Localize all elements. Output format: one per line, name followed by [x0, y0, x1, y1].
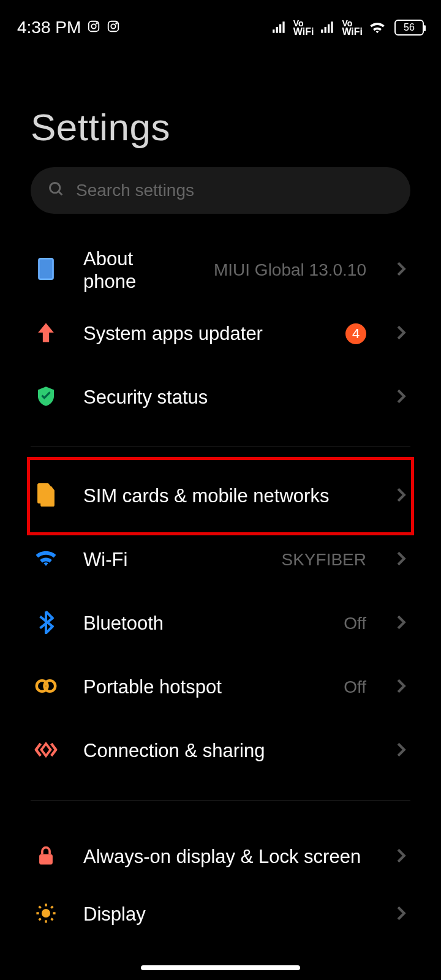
sim-card-icon — [36, 483, 56, 509]
wifi-row[interactable]: Wi-Fi SKYFIBER — [0, 528, 441, 592]
signal-icon-1 — [271, 21, 287, 34]
search-input[interactable] — [76, 181, 393, 200]
hotspot-icon — [34, 678, 58, 696]
wifi-status-icon — [369, 21, 386, 34]
shield-check-icon — [36, 386, 56, 409]
security-status-row[interactable]: Security status — [0, 366, 441, 429]
wifi-value: SKYFIBER — [282, 550, 366, 570]
chevron-right-icon — [396, 487, 407, 505]
sim-cards-label: SIM cards & mobile networks — [83, 484, 370, 507]
chevron-right-icon — [396, 905, 407, 924]
chevron-right-icon — [396, 325, 407, 343]
phone-icon — [37, 258, 55, 282]
chevron-right-icon — [396, 261, 407, 279]
divider — [31, 800, 410, 801]
portable-hotspot-label: Portable hotspot — [83, 676, 318, 698]
svg-point-4 — [111, 24, 116, 28]
chevron-right-icon — [396, 678, 407, 696]
page-header: Settings — [0, 44, 441, 167]
instagram-notification-icon-1 — [87, 18, 100, 37]
signal-icon-2 — [320, 21, 336, 34]
aod-lockscreen-row[interactable]: Always-on display & Lock screen — [0, 818, 441, 896]
security-status-label: Security status — [83, 386, 370, 409]
svg-line-7 — [59, 192, 62, 195]
about-phone-label: About phone — [83, 247, 188, 293]
update-arrow-icon — [36, 322, 56, 346]
vowifi-indicator-2: VoWiFi — [342, 19, 363, 37]
portable-hotspot-row[interactable]: Portable hotspot Off — [0, 655, 441, 719]
lock-icon — [37, 845, 55, 869]
search-icon — [48, 181, 65, 200]
display-label: Display — [83, 903, 370, 925]
instagram-notification-icon-2 — [107, 18, 120, 37]
system-apps-updater-label: System apps updater — [83, 322, 320, 345]
chevron-right-icon — [396, 614, 407, 633]
status-bar: 4:38 PM VoWiFi VoWiFi 56 — [0, 0, 441, 44]
chevron-right-icon — [396, 388, 407, 407]
svg-point-2 — [96, 23, 97, 24]
page-title: Settings — [31, 105, 410, 149]
connection-sharing-label: Connection & sharing — [83, 739, 370, 762]
chevron-right-icon — [396, 742, 407, 760]
sim-cards-row[interactable]: SIM cards & mobile networks — [0, 464, 441, 528]
status-time: 4:38 PM — [17, 18, 81, 37]
svg-point-12 — [42, 909, 50, 918]
wifi-icon — [35, 550, 57, 570]
chevron-right-icon — [396, 551, 407, 569]
svg-point-6 — [50, 183, 60, 193]
bluetooth-icon — [38, 611, 54, 636]
battery-level: 56 — [404, 22, 415, 33]
about-phone-value: MIUI Global 13.0.10 — [214, 260, 366, 280]
about-phone-row[interactable]: About phone MIUI Global 13.0.10 — [0, 238, 441, 302]
svg-line-19 — [39, 919, 41, 921]
svg-line-20 — [51, 907, 53, 908]
update-count-badge: 4 — [345, 323, 366, 344]
vowifi-indicator-1: VoWiFi — [293, 19, 314, 37]
svg-point-5 — [116, 23, 117, 24]
display-row[interactable]: Display — [0, 896, 441, 933]
system-apps-updater-row[interactable]: System apps updater 4 — [0, 302, 441, 366]
aod-lockscreen-label: Always-on display & Lock screen — [83, 845, 370, 868]
battery-indicator: 56 — [394, 20, 424, 36]
divider — [31, 447, 410, 447]
svg-rect-11 — [39, 854, 53, 865]
connection-sharing-row[interactable]: Connection & sharing — [0, 719, 441, 783]
svg-point-10 — [44, 680, 55, 692]
bluetooth-label: Bluetooth — [83, 612, 318, 635]
svg-line-18 — [51, 919, 53, 921]
brightness-icon — [36, 903, 56, 926]
connection-icon — [34, 741, 58, 761]
search-bar[interactable] — [31, 167, 410, 214]
chevron-right-icon — [396, 848, 407, 866]
home-indicator[interactable] — [141, 965, 300, 970]
svg-rect-8 — [39, 258, 53, 279]
svg-line-17 — [39, 907, 41, 908]
portable-hotspot-value: Off — [344, 677, 366, 697]
wifi-label: Wi-Fi — [83, 548, 256, 571]
bluetooth-value: Off — [344, 614, 366, 633]
bluetooth-row[interactable]: Bluetooth Off — [0, 592, 441, 655]
svg-point-1 — [92, 24, 96, 28]
